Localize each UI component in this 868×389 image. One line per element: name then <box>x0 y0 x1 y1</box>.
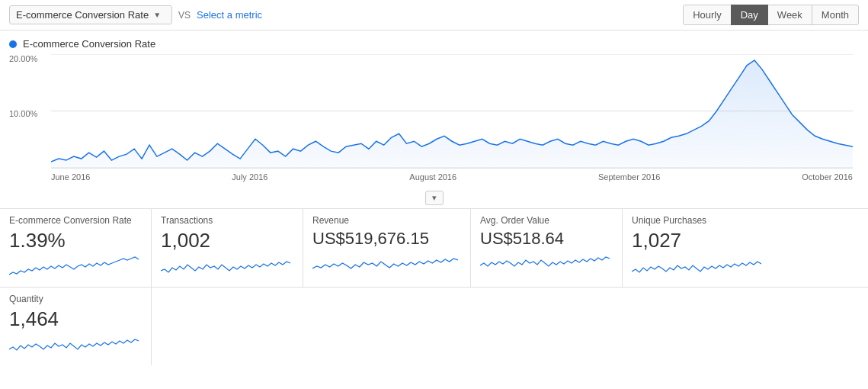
metric-card-transactions: Transactions 1,002 <box>152 209 303 287</box>
metric-sparkline-quantity <box>9 334 139 357</box>
metric-value-quantity: 1,464 <box>9 307 139 331</box>
metric-value-avg-order: US$518.64 <box>480 229 610 249</box>
week-button[interactable]: Week <box>767 5 812 25</box>
metric-card-revenue: Revenue US$519,676.15 <box>303 209 471 287</box>
metric-value-conversion: 1.39% <box>9 229 139 252</box>
vs-label: VS <box>178 10 191 21</box>
metric-card-unique-purchases: Unique Purchases 1,027 <box>623 209 774 287</box>
metric-sparkline-unique-purchases <box>632 256 761 278</box>
top-bar: E-commerce Conversion Rate ▼ VS Select a… <box>0 0 868 31</box>
legend-label: E-commerce Conversion Rate <box>23 38 155 50</box>
hourly-button[interactable]: Hourly <box>683 5 732 25</box>
chart-area: E-commerce Conversion Rate 20.00% 10.00%… <box>0 31 868 209</box>
select-metric-link[interactable]: Select a metric <box>197 9 262 21</box>
chart-wrapper: 20.00% 10.00% 0.00% <box>9 54 859 188</box>
x-label-august: August 2016 <box>409 172 456 182</box>
metric-dropdown[interactable]: E-commerce Conversion Rate ▼ <box>9 5 172 24</box>
metric-sparkline-avg-order <box>480 252 610 275</box>
metric-value-unique-purchases: 1,027 <box>632 229 761 252</box>
chart-svg <box>51 54 853 168</box>
y-axis-top-label: 20.00% <box>9 54 51 63</box>
legend-dot-icon <box>9 40 17 48</box>
metric-name-conversion: E-commerce Conversion Rate <box>9 215 139 226</box>
metric-name-avg-order: Avg. Order Value <box>480 215 610 226</box>
metric-name-quantity: Quantity <box>9 294 139 304</box>
chart-legend: E-commerce Conversion Rate <box>9 38 859 50</box>
metrics-row-2: Quantity 1,464 <box>0 288 868 365</box>
x-label-june: June 2016 <box>51 172 90 182</box>
day-button[interactable]: Day <box>731 5 768 25</box>
metric-card-quantity: Quantity 1,464 <box>0 288 152 365</box>
metric-card-avg-order: Avg. Order Value US$518.64 <box>471 209 623 287</box>
metric-value-transactions: 1,002 <box>161 229 290 252</box>
month-button[interactable]: Month <box>812 5 859 25</box>
metric-name-unique-purchases: Unique Purchases <box>632 215 761 226</box>
time-buttons: Hourly Day Week Month <box>684 5 859 25</box>
collapse-section: ▾ <box>9 188 859 208</box>
top-left: E-commerce Conversion Rate ▼ VS Select a… <box>9 5 262 24</box>
x-axis-labels: June 2016 July 2016 August 2016 Septembe… <box>51 169 853 185</box>
collapse-button[interactable]: ▾ <box>425 191 444 205</box>
y-axis-mid-label: 10.00% <box>9 109 51 118</box>
chart-plot <box>51 54 853 169</box>
x-label-october: October 2016 <box>802 172 853 182</box>
metrics-row-1: E-commerce Conversion Rate 1.39% Transac… <box>0 209 868 288</box>
metric-sparkline-revenue <box>312 252 458 275</box>
metric-card-conversion-rate: E-commerce Conversion Rate 1.39% <box>0 209 152 287</box>
metric-sparkline-conversion <box>9 256 139 278</box>
metric-sparkline-transactions <box>161 256 290 278</box>
metric-name-transactions: Transactions <box>161 215 290 226</box>
x-label-july: July 2016 <box>232 172 267 182</box>
dropdown-arrow-icon: ▼ <box>153 11 161 19</box>
x-label-september: September 2016 <box>598 172 660 182</box>
metric-value-revenue: US$519,676.15 <box>312 229 458 249</box>
metric-dropdown-label: E-commerce Conversion Rate <box>16 9 149 21</box>
metrics-section: E-commerce Conversion Rate 1.39% Transac… <box>0 209 868 365</box>
metric-name-revenue: Revenue <box>312 215 458 226</box>
y-axis-labels: 20.00% 10.00% 0.00% <box>9 54 51 171</box>
